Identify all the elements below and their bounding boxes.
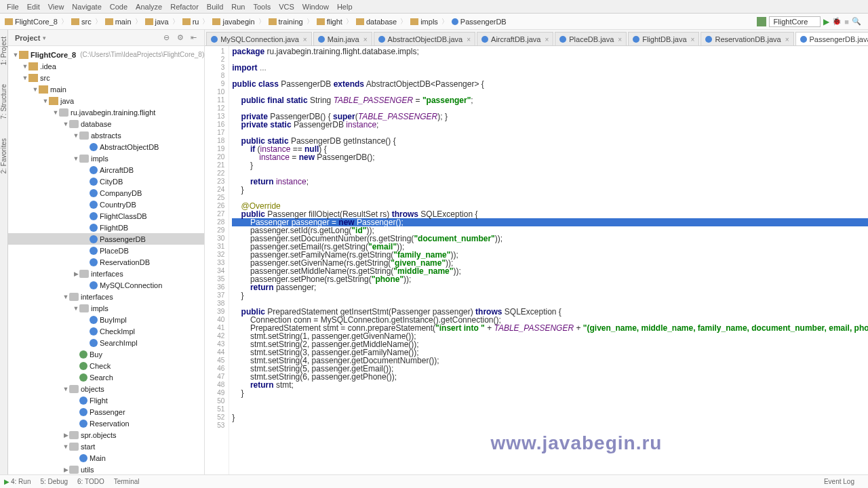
tree-item-impls[interactable]: ▼impls	[8, 302, 204, 314]
breadcrumb-item[interactable]: impls	[408, 17, 440, 26]
tree-item-java[interactable]: ▼java	[8, 95, 204, 106]
tree-arrow[interactable]: ▼	[22, 75, 28, 81]
tree-arrow[interactable]: ▼	[32, 86, 39, 93]
code-line[interactable]: instance = new PassengerDB();	[232, 153, 868, 161]
code-line[interactable]: }	[232, 389, 868, 397]
breadcrumb-item[interactable]: PassengerDB	[450, 17, 509, 26]
breadcrumb-item[interactable]: FlightCore_8	[3, 17, 60, 26]
code-line[interactable]: public static PassengerDB getInstance() …	[232, 137, 868, 145]
tool-tab[interactable]: 2: Favorites	[0, 136, 7, 176]
tree-item-utils[interactable]: ▶utils	[8, 464, 204, 474]
tree-item-reservationdb[interactable]: ReservationDB	[8, 256, 204, 268]
menu-tools[interactable]: Tools	[249, 3, 275, 11]
gear-icon[interactable]: ⚙	[177, 33, 186, 43]
tree-item-search[interactable]: Search	[8, 371, 204, 383]
menu-help[interactable]: Help	[333, 3, 357, 11]
tree-item-citydb[interactable]: CityDB	[8, 176, 204, 187]
run-config-select[interactable]: FlightCore	[769, 16, 821, 27]
run-icon[interactable]: ▶	[823, 17, 829, 26]
tree-item-mysqlconnection[interactable]: MySQLConnection	[8, 279, 204, 291]
tree-item-reservation[interactable]: Reservation	[8, 418, 204, 429]
code-editor[interactable]: 1238910111213161718192021222324252627282…	[205, 46, 868, 474]
code-line[interactable]: }	[232, 413, 868, 422]
tree-arrow[interactable]: ▶	[62, 466, 69, 473]
tree-arrow[interactable]: ▼	[73, 305, 79, 312]
search-icon[interactable]: 🔍	[852, 17, 861, 26]
menu-refactor[interactable]: Refactor	[166, 3, 203, 11]
tree-item-placedb[interactable]: PlaceDB	[8, 245, 204, 256]
tree-item-searchimpl[interactable]: SearchImpl	[8, 337, 204, 348]
tree-item-abstracts[interactable]: ▼abstracts	[8, 129, 204, 141]
code-line[interactable]: passenger.setPhone(rs.getString("phone")…	[232, 275, 868, 283]
tree-item-flight[interactable]: Flight	[8, 394, 204, 406]
menu-code[interactable]: Code	[106, 3, 132, 11]
status-debug[interactable]: 5: Debug	[40, 478, 68, 485]
editor-tab[interactable]: MySQLConnection.java×	[206, 32, 311, 45]
tree-item-passenger[interactable]: Passenger	[8, 406, 204, 418]
close-icon[interactable]: ×	[691, 36, 695, 43]
editor-tab[interactable]: AircraftDB.java×	[477, 32, 553, 45]
tree-arrow[interactable]: ▼	[42, 98, 49, 104]
code-line[interactable]	[232, 56, 868, 64]
status-run[interactable]: ▶4: Run	[4, 478, 31, 485]
menu-view[interactable]: View	[44, 3, 68, 11]
editor-tab[interactable]: AbstractObjectDB.java×	[374, 32, 476, 45]
status-event-log[interactable]: Event Log	[824, 478, 854, 485]
tool-tab[interactable]: 7: Structure	[0, 81, 7, 122]
status-todo[interactable]: 6: TODO	[77, 478, 104, 485]
menu-vcs[interactable]: VCS	[275, 3, 298, 11]
code-line[interactable]: package ru.javabegin.training.flight.dat…	[232, 47, 868, 56]
breadcrumb-item[interactable]: src	[69, 17, 94, 26]
code-line[interactable]: return stmt;	[232, 381, 868, 389]
breadcrumb-item[interactable]: database	[354, 17, 399, 26]
tree-arrow[interactable]: ▼	[62, 121, 69, 127]
code-line[interactable]: }	[232, 161, 868, 169]
breadcrumb-item[interactable]: main	[103, 17, 134, 26]
tree-item-checkimpl[interactable]: CheckImpl	[8, 325, 204, 337]
menu-navigate[interactable]: Navigate	[68, 3, 105, 11]
tree-arrow[interactable]: ▼	[62, 293, 69, 300]
tree-item-src[interactable]: ▼src	[8, 72, 204, 83]
code-line[interactable]: public final static String TABLE_PASSENG…	[232, 96, 868, 104]
hide-icon[interactable]: ⇤	[191, 33, 200, 43]
tree-item-check[interactable]: Check	[8, 360, 204, 371]
code-line[interactable]: }	[232, 291, 868, 300]
close-icon[interactable]: ×	[363, 36, 368, 43]
project-root[interactable]: ▼ FlightCore_8 (C:\Users\Tim\IdeaProject…	[8, 49, 204, 60]
tree-item-start[interactable]: ▼start	[8, 441, 204, 452]
code-line[interactable]	[232, 194, 868, 202]
collapse-icon[interactable]: ⊖	[163, 33, 173, 43]
breadcrumb-item[interactable]: flight	[315, 17, 344, 26]
tree-item-main[interactable]: ▼main	[8, 83, 204, 95]
tree-item-interfaces[interactable]: ▼interfaces	[8, 291, 204, 302]
close-icon[interactable]: ×	[467, 36, 471, 43]
menu-build[interactable]: Build	[203, 3, 227, 11]
code-line[interactable]	[232, 169, 868, 178]
tree-arrow[interactable]: ▶	[62, 432, 69, 439]
debug-icon[interactable]: 🐞	[832, 17, 842, 26]
breadcrumb-item[interactable]: javabegin	[210, 17, 256, 26]
tree-item-buy[interactable]: Buy	[8, 348, 204, 360]
code-line[interactable]	[232, 397, 868, 405]
tree-arrow[interactable]: ▼	[62, 443, 69, 450]
tree-item-buyimpl[interactable]: BuyImpl	[8, 314, 204, 325]
tree-item-passengerdb[interactable]: PassengerDB	[8, 233, 204, 245]
tree-arrow[interactable]: ▼	[73, 155, 79, 162]
tree-item-countrydb[interactable]: CountryDB	[8, 199, 204, 210]
status-terminal[interactable]: Terminal	[114, 478, 140, 485]
code-line[interactable]: public class PassengerDB extends Abstrac…	[232, 80, 868, 88]
menu-analyze[interactable]: Analyze	[132, 3, 166, 11]
editor-tab[interactable]: PassengerDB.java×	[795, 32, 869, 45]
project-tree[interactable]: ▼ FlightCore_8 (C:\Users\Tim\IdeaProject…	[8, 46, 204, 474]
tree-item-flightdb[interactable]: FlightDB	[8, 222, 204, 233]
editor-tab[interactable]: ReservationDB.java×	[701, 32, 793, 45]
stop-icon[interactable]: ■	[844, 18, 849, 26]
menu-run[interactable]: Run	[227, 3, 249, 11]
close-icon[interactable]: ×	[618, 36, 622, 43]
tree-item-companydb[interactable]: CompanyDB	[8, 187, 204, 199]
tree-arrow[interactable]: ▼	[62, 386, 69, 392]
code-line[interactable]: private static PassengerDB instance;	[232, 121, 868, 129]
tree-item-ru-javabegin-training-flight[interactable]: ▼ru.javabegin.training.flight	[8, 106, 204, 118]
tree-item-database[interactable]: ▼database	[8, 118, 204, 129]
close-icon[interactable]: ×	[545, 36, 549, 43]
